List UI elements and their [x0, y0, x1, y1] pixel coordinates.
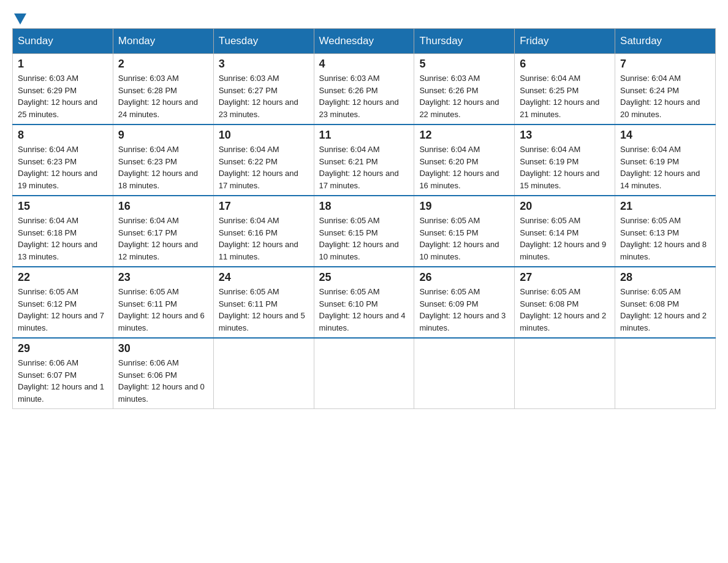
- day-number: 8: [18, 129, 108, 142]
- header-thursday: Thursday: [414, 29, 515, 54]
- calendar-cell: 22Sunrise: 6:05 AMSunset: 6:12 PMDayligh…: [13, 267, 113, 338]
- day-info: Sunrise: 6:04 AMSunset: 6:22 PMDaylight:…: [219, 144, 309, 191]
- week-row-4: 22Sunrise: 6:05 AMSunset: 6:12 PMDayligh…: [13, 267, 716, 338]
- day-number: 20: [520, 200, 610, 213]
- day-info: Sunrise: 6:06 AMSunset: 6:07 PMDaylight:…: [18, 357, 108, 405]
- day-info: Sunrise: 6:04 AMSunset: 6:20 PMDaylight:…: [419, 144, 509, 191]
- day-number: 2: [118, 58, 208, 71]
- day-number: 29: [18, 342, 108, 355]
- day-info: Sunrise: 6:04 AMSunset: 6:19 PMDaylight:…: [620, 144, 710, 191]
- calendar-cell: 8Sunrise: 6:04 AMSunset: 6:23 PMDaylight…: [13, 124, 113, 196]
- day-number: 6: [520, 58, 610, 71]
- calendar-cell: 11Sunrise: 6:04 AMSunset: 6:21 PMDayligh…: [314, 124, 414, 196]
- day-info: Sunrise: 6:04 AMSunset: 6:21 PMDaylight:…: [319, 144, 409, 191]
- header-sunday: Sunday: [13, 29, 113, 54]
- day-info: Sunrise: 6:03 AMSunset: 6:26 PMDaylight:…: [419, 72, 509, 120]
- calendar-cell: 16Sunrise: 6:04 AMSunset: 6:17 PMDayligh…: [113, 196, 213, 267]
- calendar-cell: 2Sunrise: 6:03 AMSunset: 6:28 PMDaylight…: [113, 54, 213, 125]
- calendar-cell: 7Sunrise: 6:04 AMSunset: 6:24 PMDaylight…: [615, 54, 716, 125]
- header-saturday: Saturday: [615, 29, 716, 54]
- day-info: Sunrise: 6:04 AMSunset: 6:19 PMDaylight:…: [520, 144, 610, 191]
- header: [12, 12, 716, 22]
- day-number: 23: [118, 271, 208, 284]
- day-number: 12: [419, 129, 509, 142]
- day-info: Sunrise: 6:04 AMSunset: 6:17 PMDaylight:…: [118, 215, 208, 262]
- day-info: Sunrise: 6:03 AMSunset: 6:28 PMDaylight:…: [118, 72, 208, 120]
- calendar-table: SundayMondayTuesdayWednesdayThursdayFrid…: [12, 28, 716, 409]
- calendar-cell: 3Sunrise: 6:03 AMSunset: 6:27 PMDaylight…: [213, 54, 314, 125]
- day-number: 16: [118, 200, 208, 213]
- logo: [12, 12, 26, 22]
- calendar-cell: 26Sunrise: 6:05 AMSunset: 6:09 PMDayligh…: [414, 267, 515, 338]
- day-info: Sunrise: 6:05 AMSunset: 6:12 PMDaylight:…: [18, 286, 108, 334]
- calendar-cell: 20Sunrise: 6:05 AMSunset: 6:14 PMDayligh…: [515, 196, 615, 267]
- header-monday: Monday: [113, 29, 213, 54]
- day-info: Sunrise: 6:05 AMSunset: 6:15 PMDaylight:…: [419, 215, 509, 262]
- week-row-1: 1Sunrise: 6:03 AMSunset: 6:29 PMDaylight…: [13, 54, 716, 125]
- day-info: Sunrise: 6:03 AMSunset: 6:27 PMDaylight:…: [219, 72, 309, 120]
- day-number: 27: [520, 271, 610, 284]
- day-info: Sunrise: 6:06 AMSunset: 6:06 PMDaylight:…: [118, 357, 208, 405]
- calendar-cell: 21Sunrise: 6:05 AMSunset: 6:13 PMDayligh…: [615, 196, 716, 267]
- header-wednesday: Wednesday: [314, 29, 414, 54]
- day-number: 15: [18, 200, 108, 213]
- day-number: 3: [219, 58, 309, 71]
- calendar-cell: [615, 338, 716, 409]
- calendar-cell: [515, 338, 615, 409]
- calendar-cell: [314, 338, 414, 409]
- calendar-cell: [414, 338, 515, 409]
- week-row-3: 15Sunrise: 6:04 AMSunset: 6:18 PMDayligh…: [13, 196, 716, 267]
- day-number: 17: [219, 200, 309, 213]
- day-number: 30: [118, 342, 208, 355]
- day-number: 26: [419, 271, 509, 284]
- day-info: Sunrise: 6:05 AMSunset: 6:10 PMDaylight:…: [319, 286, 409, 334]
- day-info: Sunrise: 6:03 AMSunset: 6:26 PMDaylight:…: [319, 72, 409, 120]
- day-number: 11: [319, 129, 409, 142]
- calendar-cell: 24Sunrise: 6:05 AMSunset: 6:11 PMDayligh…: [213, 267, 314, 338]
- day-number: 7: [620, 58, 710, 71]
- calendar-cell: 10Sunrise: 6:04 AMSunset: 6:22 PMDayligh…: [213, 124, 314, 196]
- calendar-cell: 13Sunrise: 6:04 AMSunset: 6:19 PMDayligh…: [515, 124, 615, 196]
- day-number: 5: [419, 58, 509, 71]
- day-info: Sunrise: 6:04 AMSunset: 6:24 PMDaylight:…: [620, 72, 710, 120]
- day-info: Sunrise: 6:03 AMSunset: 6:29 PMDaylight:…: [18, 72, 108, 120]
- calendar-cell: 19Sunrise: 6:05 AMSunset: 6:15 PMDayligh…: [414, 196, 515, 267]
- logo-arrow-icon: [14, 13, 26, 25]
- day-info: Sunrise: 6:04 AMSunset: 6:18 PMDaylight:…: [18, 215, 108, 262]
- day-info: Sunrise: 6:04 AMSunset: 6:25 PMDaylight:…: [520, 72, 610, 120]
- day-number: 28: [620, 271, 710, 284]
- calendar-header-row: SundayMondayTuesdayWednesdayThursdayFrid…: [13, 29, 716, 54]
- day-number: 21: [620, 200, 710, 213]
- week-row-5: 29Sunrise: 6:06 AMSunset: 6:07 PMDayligh…: [13, 338, 716, 409]
- calendar-cell: 30Sunrise: 6:06 AMSunset: 6:06 PMDayligh…: [113, 338, 213, 409]
- day-number: 4: [319, 58, 409, 71]
- day-number: 25: [319, 271, 409, 284]
- calendar-cell: 27Sunrise: 6:05 AMSunset: 6:08 PMDayligh…: [515, 267, 615, 338]
- calendar-cell: 9Sunrise: 6:04 AMSunset: 6:23 PMDaylight…: [113, 124, 213, 196]
- logo-general-text: [12, 12, 26, 25]
- calendar-cell: 25Sunrise: 6:05 AMSunset: 6:10 PMDayligh…: [314, 267, 414, 338]
- day-number: 10: [219, 129, 309, 142]
- calendar-cell: 14Sunrise: 6:04 AMSunset: 6:19 PMDayligh…: [615, 124, 716, 196]
- day-info: Sunrise: 6:05 AMSunset: 6:15 PMDaylight:…: [319, 215, 409, 262]
- calendar-cell: [213, 338, 314, 409]
- week-row-2: 8Sunrise: 6:04 AMSunset: 6:23 PMDaylight…: [13, 124, 716, 196]
- day-info: Sunrise: 6:05 AMSunset: 6:13 PMDaylight:…: [620, 215, 710, 262]
- day-number: 14: [620, 129, 710, 142]
- calendar-cell: 29Sunrise: 6:06 AMSunset: 6:07 PMDayligh…: [13, 338, 113, 409]
- day-info: Sunrise: 6:04 AMSunset: 6:23 PMDaylight:…: [18, 144, 108, 191]
- calendar-cell: 4Sunrise: 6:03 AMSunset: 6:26 PMDaylight…: [314, 54, 414, 125]
- day-info: Sunrise: 6:05 AMSunset: 6:11 PMDaylight:…: [118, 286, 208, 334]
- day-number: 9: [118, 129, 208, 142]
- day-info: Sunrise: 6:04 AMSunset: 6:16 PMDaylight:…: [219, 215, 309, 262]
- header-tuesday: Tuesday: [213, 29, 314, 54]
- calendar-cell: 23Sunrise: 6:05 AMSunset: 6:11 PMDayligh…: [113, 267, 213, 338]
- day-number: 19: [419, 200, 509, 213]
- day-number: 24: [219, 271, 309, 284]
- calendar-cell: 15Sunrise: 6:04 AMSunset: 6:18 PMDayligh…: [13, 196, 113, 267]
- calendar-cell: 17Sunrise: 6:04 AMSunset: 6:16 PMDayligh…: [213, 196, 314, 267]
- calendar-cell: 1Sunrise: 6:03 AMSunset: 6:29 PMDaylight…: [13, 54, 113, 125]
- day-info: Sunrise: 6:04 AMSunset: 6:23 PMDaylight:…: [118, 144, 208, 191]
- day-info: Sunrise: 6:05 AMSunset: 6:08 PMDaylight:…: [620, 286, 710, 334]
- calendar-cell: 18Sunrise: 6:05 AMSunset: 6:15 PMDayligh…: [314, 196, 414, 267]
